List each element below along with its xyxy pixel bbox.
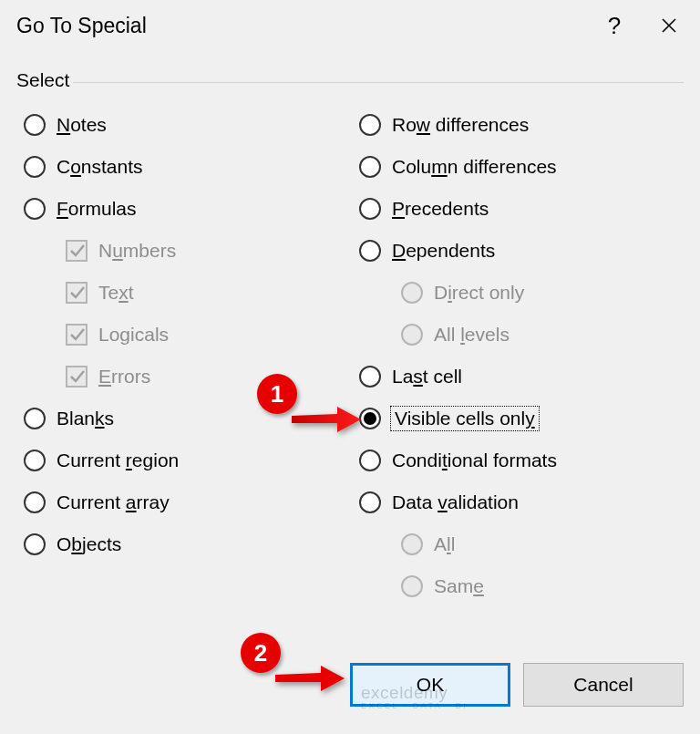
option-current-region[interactable]: Current region — [24, 439, 348, 481]
option-dependents[interactable]: Dependents — [359, 230, 684, 272]
radio-icon — [24, 408, 46, 429]
watermark-subtext: EXCEL · DATA · BI — [361, 701, 468, 710]
annotation-arrow-1 — [288, 403, 365, 436]
titlebar: Go To Special ? — [0, 0, 700, 51]
option-objects[interactable]: Objects — [24, 523, 348, 565]
option-label: Notes — [57, 114, 107, 136]
watermark-text: exceldemy — [361, 683, 448, 702]
option-visible-cells-only[interactable]: Visible cells only — [359, 398, 684, 439]
radio-icon — [24, 114, 46, 136]
option-label: All levels — [434, 324, 510, 346]
radio-icon — [24, 533, 46, 555]
radio-icon — [24, 491, 46, 513]
option-column-differences[interactable]: Column differences — [359, 146, 684, 188]
radio-icon — [401, 324, 423, 346]
radio-icon — [24, 156, 46, 178]
option-precedents[interactable]: Precedents — [359, 188, 684, 230]
option-direct-only: Direct only — [359, 272, 684, 314]
option-label: Text — [98, 282, 134, 304]
option-label: Current region — [57, 450, 179, 471]
option-label: Objects — [57, 533, 121, 555]
radio-icon — [359, 156, 381, 178]
option-label: Formulas — [57, 198, 137, 220]
close-button[interactable] — [642, 0, 696, 51]
option-label: Blanks — [57, 408, 114, 429]
option-label: Visible cells only — [392, 408, 538, 429]
option-conditional-formats[interactable]: Conditional formats — [359, 439, 684, 481]
radio-icon — [359, 240, 381, 262]
option-errors: Errors — [24, 356, 348, 398]
checkbox-icon — [66, 282, 88, 304]
option-label: Numbers — [98, 240, 176, 262]
radio-icon — [359, 366, 381, 388]
option-label: Constants — [57, 156, 143, 178]
group-divider — [73, 82, 684, 83]
option-label: Direct only — [434, 282, 524, 304]
option-notes[interactable]: Notes — [24, 104, 348, 146]
group-legend: Select — [16, 69, 73, 91]
help-button[interactable]: ? — [587, 0, 642, 51]
option-label: Same — [434, 575, 484, 597]
option-label: Current array — [57, 491, 170, 513]
radio-icon — [359, 114, 381, 136]
radio-icon — [359, 198, 381, 220]
option-row-differences[interactable]: Row differences — [359, 104, 684, 146]
radio-icon — [401, 575, 423, 597]
option-dv-all: All — [359, 523, 684, 565]
option-label: Data validation — [392, 491, 519, 513]
annotation-number: 2 — [254, 639, 267, 667]
dialog-title: Go To Special — [16, 14, 587, 38]
annotation-arrow-2 — [272, 662, 348, 695]
option-label: Errors — [98, 366, 150, 388]
option-all-levels: All levels — [359, 314, 684, 356]
option-logicals: Logicals — [24, 314, 348, 356]
option-formulas[interactable]: Formulas — [24, 188, 348, 230]
checkbox-icon — [66, 324, 88, 346]
option-data-validation[interactable]: Data validation — [359, 481, 684, 523]
option-label: Column differences — [392, 156, 557, 178]
checkbox-icon — [66, 240, 88, 262]
goto-special-dialog: Go To Special ? Select Notes Constants — [0, 0, 700, 734]
option-dv-same: Same — [359, 565, 684, 607]
option-last-cell[interactable]: Last cell — [359, 356, 684, 398]
radio-icon — [401, 282, 423, 304]
option-numbers: Numbers — [24, 230, 348, 272]
left-column: Notes Constants Formulas Numbers Text — [16, 104, 352, 634]
svg-marker-0 — [292, 407, 361, 432]
radio-icon — [24, 450, 46, 471]
options-columns: Notes Constants Formulas Numbers Text — [16, 104, 684, 634]
option-label: All — [434, 533, 455, 555]
option-label: Precedents — [392, 198, 489, 220]
right-column: Row differences Column differences Prece… — [352, 104, 684, 634]
option-label: Row differences — [392, 114, 529, 136]
radio-icon — [24, 198, 46, 220]
watermark: exceldemy EXCEL · DATA · BI — [361, 683, 468, 710]
radio-icon — [401, 533, 423, 555]
radio-icon — [359, 491, 381, 513]
checkbox-icon — [66, 366, 88, 388]
option-label: Conditional formats — [392, 450, 557, 471]
option-label: Logicals — [98, 324, 169, 346]
close-icon — [661, 17, 677, 34]
option-label: Dependents — [392, 240, 495, 262]
cancel-button[interactable]: Cancel — [523, 663, 684, 707]
radio-icon — [359, 450, 381, 471]
option-text: Text — [24, 272, 348, 314]
option-label: Last cell — [392, 366, 462, 388]
option-current-array[interactable]: Current array — [24, 481, 348, 523]
annotation-number: 1 — [271, 380, 283, 408]
option-constants[interactable]: Constants — [24, 146, 348, 188]
select-group: Select Notes Constants Formulas — [16, 71, 684, 634]
svg-marker-1 — [275, 666, 345, 691]
